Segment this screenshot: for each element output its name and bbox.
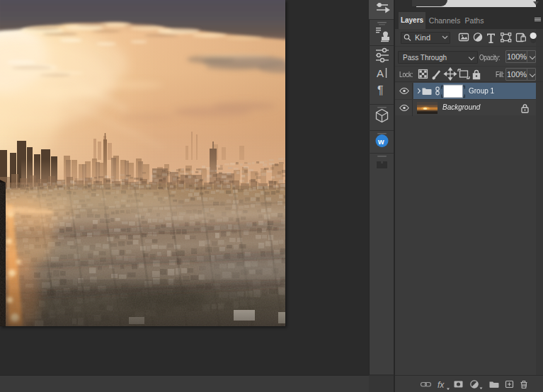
svg-text:A: A <box>377 67 384 79</box>
svg-text:Group 1: Group 1 <box>469 87 495 95</box>
svg-text:w: w <box>377 137 384 146</box>
svg-text:¶: ¶ <box>377 84 384 96</box>
svg-text:fx: fx <box>438 380 445 390</box>
svg-text:Kind: Kind <box>415 33 430 42</box>
